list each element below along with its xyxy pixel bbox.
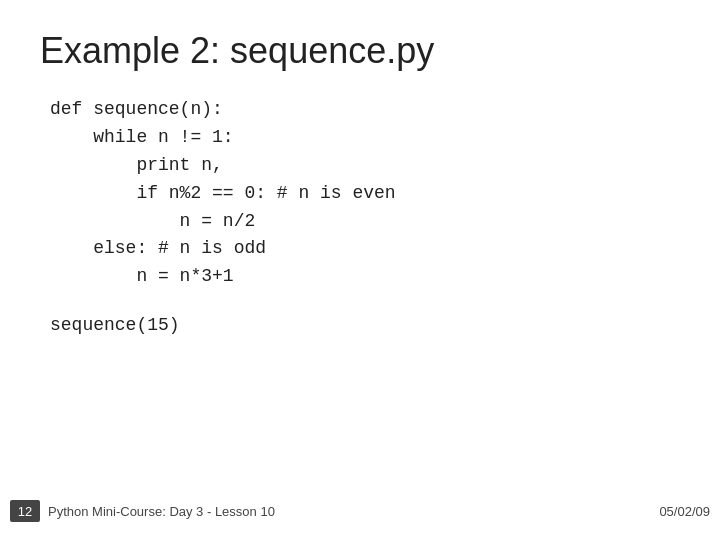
footer-left: 12 Python Mini-Course: Day 3 - Lesson 10 [10,500,275,522]
course-label: Python Mini-Course: Day 3 - Lesson 10 [48,504,275,519]
code-line-5: n = n/2 [50,208,680,236]
slide-number: 12 [10,500,40,522]
code-line-6: else: # n is odd [50,235,680,263]
slide: Example 2: sequence.py def sequence(n): … [0,0,720,540]
code-line-3: print n, [50,152,680,180]
footer: 12 Python Mini-Course: Day 3 - Lesson 10… [0,500,720,522]
slide-title: Example 2: sequence.py [40,30,680,72]
code-line-4: if n%2 == 0: # n is even [50,180,680,208]
footer-date: 05/02/09 [659,504,710,519]
code-line-2: while n != 1: [50,124,680,152]
function-call: sequence(15) [50,315,680,335]
code-block: def sequence(n): while n != 1: print n, … [50,96,680,291]
code-line-1: def sequence(n): [50,96,680,124]
code-line-7: n = n*3+1 [50,263,680,291]
